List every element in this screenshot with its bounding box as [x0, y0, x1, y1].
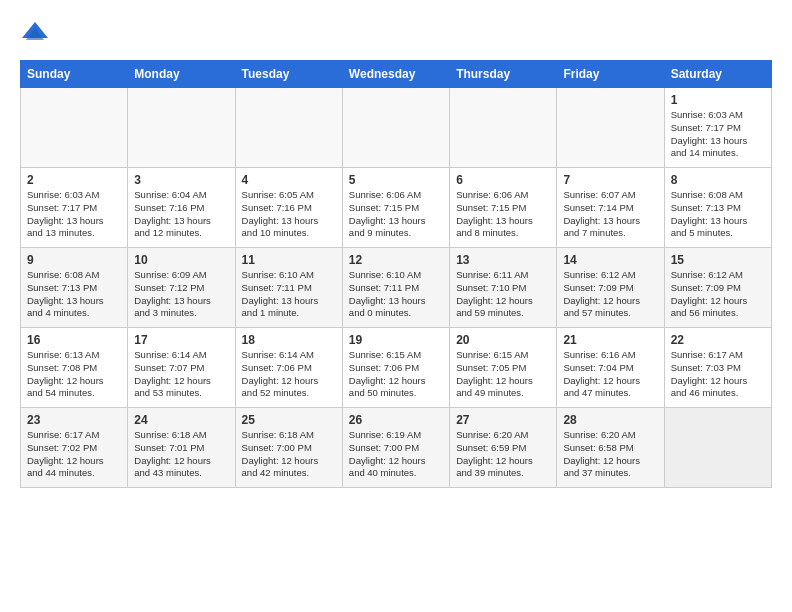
day-info: Sunrise: 6:11 AM Sunset: 7:10 PM Dayligh…: [456, 269, 550, 320]
calendar-cell: [342, 88, 449, 168]
day-info: Sunrise: 6:08 AM Sunset: 7:13 PM Dayligh…: [27, 269, 121, 320]
calendar-cell: 16Sunrise: 6:13 AM Sunset: 7:08 PM Dayli…: [21, 328, 128, 408]
day-info: Sunrise: 6:05 AM Sunset: 7:16 PM Dayligh…: [242, 189, 336, 240]
day-number: 14: [563, 253, 657, 267]
day-number: 11: [242, 253, 336, 267]
day-info: Sunrise: 6:15 AM Sunset: 7:05 PM Dayligh…: [456, 349, 550, 400]
calendar-week-row: 9Sunrise: 6:08 AM Sunset: 7:13 PM Daylig…: [21, 248, 772, 328]
day-info: Sunrise: 6:19 AM Sunset: 7:00 PM Dayligh…: [349, 429, 443, 480]
calendar-cell: [21, 88, 128, 168]
calendar-cell: 11Sunrise: 6:10 AM Sunset: 7:11 PM Dayli…: [235, 248, 342, 328]
day-info: Sunrise: 6:15 AM Sunset: 7:06 PM Dayligh…: [349, 349, 443, 400]
logo: [20, 20, 54, 50]
calendar-week-row: 1Sunrise: 6:03 AM Sunset: 7:17 PM Daylig…: [21, 88, 772, 168]
day-info: Sunrise: 6:10 AM Sunset: 7:11 PM Dayligh…: [349, 269, 443, 320]
calendar-cell: 12Sunrise: 6:10 AM Sunset: 7:11 PM Dayli…: [342, 248, 449, 328]
calendar-body: 1Sunrise: 6:03 AM Sunset: 7:17 PM Daylig…: [21, 88, 772, 488]
calendar-cell: 3Sunrise: 6:04 AM Sunset: 7:16 PM Daylig…: [128, 168, 235, 248]
calendar: SundayMondayTuesdayWednesdayThursdayFrid…: [20, 60, 772, 488]
day-number: 16: [27, 333, 121, 347]
logo-icon: [20, 20, 50, 50]
day-number: 18: [242, 333, 336, 347]
calendar-cell: 21Sunrise: 6:16 AM Sunset: 7:04 PM Dayli…: [557, 328, 664, 408]
calendar-cell: 27Sunrise: 6:20 AM Sunset: 6:59 PM Dayli…: [450, 408, 557, 488]
day-info: Sunrise: 6:12 AM Sunset: 7:09 PM Dayligh…: [563, 269, 657, 320]
calendar-week-row: 2Sunrise: 6:03 AM Sunset: 7:17 PM Daylig…: [21, 168, 772, 248]
weekday-header: Wednesday: [342, 61, 449, 88]
day-info: Sunrise: 6:03 AM Sunset: 7:17 PM Dayligh…: [27, 189, 121, 240]
calendar-cell: 20Sunrise: 6:15 AM Sunset: 7:05 PM Dayli…: [450, 328, 557, 408]
day-number: 25: [242, 413, 336, 427]
weekday-header: Monday: [128, 61, 235, 88]
day-info: Sunrise: 6:06 AM Sunset: 7:15 PM Dayligh…: [349, 189, 443, 240]
day-info: Sunrise: 6:17 AM Sunset: 7:03 PM Dayligh…: [671, 349, 765, 400]
day-number: 28: [563, 413, 657, 427]
day-info: Sunrise: 6:04 AM Sunset: 7:16 PM Dayligh…: [134, 189, 228, 240]
day-number: 9: [27, 253, 121, 267]
day-number: 3: [134, 173, 228, 187]
calendar-cell: [557, 88, 664, 168]
day-info: Sunrise: 6:17 AM Sunset: 7:02 PM Dayligh…: [27, 429, 121, 480]
day-number: 26: [349, 413, 443, 427]
calendar-cell: 1Sunrise: 6:03 AM Sunset: 7:17 PM Daylig…: [664, 88, 771, 168]
day-number: 5: [349, 173, 443, 187]
day-info: Sunrise: 6:18 AM Sunset: 7:01 PM Dayligh…: [134, 429, 228, 480]
calendar-cell: 17Sunrise: 6:14 AM Sunset: 7:07 PM Dayli…: [128, 328, 235, 408]
calendar-cell: [235, 88, 342, 168]
calendar-cell: 5Sunrise: 6:06 AM Sunset: 7:15 PM Daylig…: [342, 168, 449, 248]
day-info: Sunrise: 6:03 AM Sunset: 7:17 PM Dayligh…: [671, 109, 765, 160]
weekday-header: Thursday: [450, 61, 557, 88]
calendar-cell: 13Sunrise: 6:11 AM Sunset: 7:10 PM Dayli…: [450, 248, 557, 328]
day-number: 21: [563, 333, 657, 347]
day-number: 20: [456, 333, 550, 347]
day-number: 12: [349, 253, 443, 267]
calendar-cell: [450, 88, 557, 168]
day-number: 19: [349, 333, 443, 347]
calendar-cell: 8Sunrise: 6:08 AM Sunset: 7:13 PM Daylig…: [664, 168, 771, 248]
day-number: 6: [456, 173, 550, 187]
day-number: 22: [671, 333, 765, 347]
day-info: Sunrise: 6:09 AM Sunset: 7:12 PM Dayligh…: [134, 269, 228, 320]
calendar-week-row: 16Sunrise: 6:13 AM Sunset: 7:08 PM Dayli…: [21, 328, 772, 408]
calendar-week-row: 23Sunrise: 6:17 AM Sunset: 7:02 PM Dayli…: [21, 408, 772, 488]
weekday-header: Friday: [557, 61, 664, 88]
day-number: 24: [134, 413, 228, 427]
weekday-row: SundayMondayTuesdayWednesdayThursdayFrid…: [21, 61, 772, 88]
day-info: Sunrise: 6:14 AM Sunset: 7:06 PM Dayligh…: [242, 349, 336, 400]
calendar-cell: 19Sunrise: 6:15 AM Sunset: 7:06 PM Dayli…: [342, 328, 449, 408]
day-info: Sunrise: 6:08 AM Sunset: 7:13 PM Dayligh…: [671, 189, 765, 240]
day-number: 23: [27, 413, 121, 427]
weekday-header: Sunday: [21, 61, 128, 88]
day-info: Sunrise: 6:06 AM Sunset: 7:15 PM Dayligh…: [456, 189, 550, 240]
day-info: Sunrise: 6:14 AM Sunset: 7:07 PM Dayligh…: [134, 349, 228, 400]
day-number: 10: [134, 253, 228, 267]
day-info: Sunrise: 6:16 AM Sunset: 7:04 PM Dayligh…: [563, 349, 657, 400]
day-number: 2: [27, 173, 121, 187]
day-info: Sunrise: 6:20 AM Sunset: 6:58 PM Dayligh…: [563, 429, 657, 480]
calendar-cell: [664, 408, 771, 488]
calendar-cell: 26Sunrise: 6:19 AM Sunset: 7:00 PM Dayli…: [342, 408, 449, 488]
calendar-cell: 2Sunrise: 6:03 AM Sunset: 7:17 PM Daylig…: [21, 168, 128, 248]
calendar-header: SundayMondayTuesdayWednesdayThursdayFrid…: [21, 61, 772, 88]
day-info: Sunrise: 6:12 AM Sunset: 7:09 PM Dayligh…: [671, 269, 765, 320]
calendar-cell: 15Sunrise: 6:12 AM Sunset: 7:09 PM Dayli…: [664, 248, 771, 328]
day-info: Sunrise: 6:18 AM Sunset: 7:00 PM Dayligh…: [242, 429, 336, 480]
day-number: 7: [563, 173, 657, 187]
day-number: 17: [134, 333, 228, 347]
calendar-cell: 14Sunrise: 6:12 AM Sunset: 7:09 PM Dayli…: [557, 248, 664, 328]
calendar-cell: 9Sunrise: 6:08 AM Sunset: 7:13 PM Daylig…: [21, 248, 128, 328]
day-number: 15: [671, 253, 765, 267]
weekday-header: Saturday: [664, 61, 771, 88]
day-info: Sunrise: 6:13 AM Sunset: 7:08 PM Dayligh…: [27, 349, 121, 400]
calendar-cell: 25Sunrise: 6:18 AM Sunset: 7:00 PM Dayli…: [235, 408, 342, 488]
page-header: [20, 20, 772, 50]
weekday-header: Tuesday: [235, 61, 342, 88]
day-number: 8: [671, 173, 765, 187]
calendar-cell: [128, 88, 235, 168]
day-info: Sunrise: 6:20 AM Sunset: 6:59 PM Dayligh…: [456, 429, 550, 480]
day-info: Sunrise: 6:10 AM Sunset: 7:11 PM Dayligh…: [242, 269, 336, 320]
day-number: 13: [456, 253, 550, 267]
calendar-cell: 4Sunrise: 6:05 AM Sunset: 7:16 PM Daylig…: [235, 168, 342, 248]
calendar-cell: 10Sunrise: 6:09 AM Sunset: 7:12 PM Dayli…: [128, 248, 235, 328]
day-number: 4: [242, 173, 336, 187]
